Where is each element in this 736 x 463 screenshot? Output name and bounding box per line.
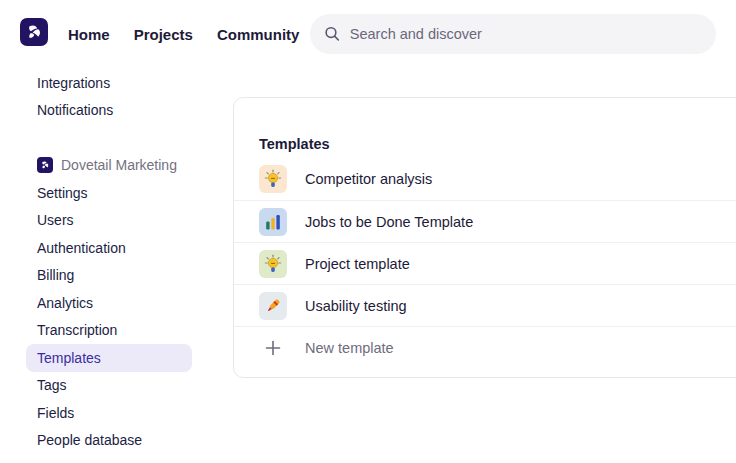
template-row-usability-testing[interactable]: Usability testing [234, 284, 736, 326]
lightbulb-icon [259, 250, 287, 278]
sidebar-item-notifications[interactable]: Notifications [0, 97, 233, 125]
sidebar-item-fields[interactable]: Fields [0, 399, 233, 427]
template-row-competitor-analysis[interactable]: Competitor analysis [234, 158, 736, 200]
dovetail-logo[interactable] [20, 18, 48, 46]
sidebar-item-authentication[interactable]: Authentication [0, 234, 233, 262]
sidebar-item-billing[interactable]: Billing [0, 262, 233, 290]
workspace-logo-icon [37, 157, 53, 173]
template-name: Usability testing [305, 298, 407, 314]
top-navigation: Home Projects Community [0, 0, 736, 68]
search-icon [324, 25, 341, 43]
workspace-name: Dovetail Marketing [61, 157, 177, 173]
dovetail-logo-icon [23, 21, 45, 43]
templates-panel-header: Templates [234, 98, 736, 158]
template-name: Jobs to be Done Template [305, 214, 473, 230]
sidebar-item-users[interactable]: Users [0, 207, 233, 235]
sidebar-item-people-database[interactable]: People database [0, 427, 233, 455]
page-title: Templates [259, 136, 330, 152]
search-bar[interactable] [310, 14, 716, 54]
sidebar-item-integrations[interactable]: Integrations [0, 69, 233, 97]
sidebar-item-analytics[interactable]: Analytics [0, 289, 233, 317]
template-row-jobs-to-be-done[interactable]: Jobs to be Done Template [234, 200, 736, 242]
template-name: Competitor analysis [305, 171, 432, 187]
new-template-label: New template [305, 340, 394, 356]
bar-chart-icon [259, 208, 287, 236]
sidebar-item-tags[interactable]: Tags [0, 372, 233, 400]
nav-item-projects[interactable]: Projects [134, 26, 193, 43]
sidebar-item-transcription[interactable]: Transcription [0, 317, 233, 345]
plus-icon [259, 334, 287, 362]
sidebar-item-templates[interactable]: Templates [26, 344, 192, 372]
sidebar-item-settings[interactable]: Settings [0, 179, 233, 207]
crayon-icon [259, 292, 287, 320]
lightbulb-icon [259, 165, 287, 193]
templates-panel: Templates Competitor analysis [233, 97, 736, 378]
sidebar: Integrations Notifications Dovetail Mark… [0, 69, 233, 454]
nav-item-home[interactable]: Home [68, 26, 110, 43]
nav-links: Home Projects Community [68, 0, 299, 68]
workspace-header: Dovetail Marketing [0, 152, 233, 180]
nav-item-community[interactable]: Community [217, 26, 300, 43]
template-name: Project template [305, 256, 410, 272]
template-row-project-template[interactable]: Project template [234, 242, 736, 284]
search-input[interactable] [350, 26, 702, 42]
new-template-button[interactable]: New template [234, 326, 736, 368]
